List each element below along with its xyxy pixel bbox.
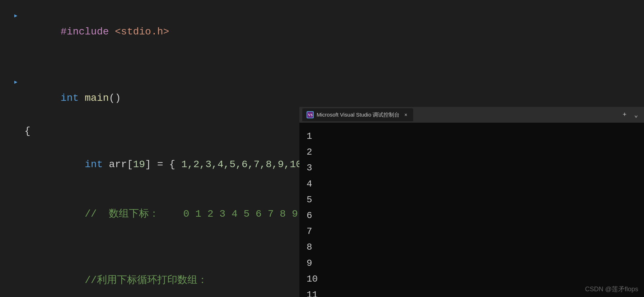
vs-icon: VS	[307, 111, 314, 118]
terminal-close-btn[interactable]: ×	[402, 112, 409, 118]
tab-bar-actions: + ⌄	[620, 110, 641, 120]
gutter-arrow-3: ▸	[13, 76, 18, 89]
output-4: 4	[307, 176, 637, 192]
code-line-2	[11, 57, 644, 74]
gutter-1: ▸	[11, 10, 21, 23]
line-content-1: #include <stdio.h>	[21, 7, 644, 57]
output-3: 3	[307, 160, 637, 176]
output-5: 5	[307, 192, 637, 208]
svg-text:VS: VS	[308, 113, 313, 117]
code-line-1: ▸ #include <stdio.h>	[11, 7, 644, 57]
terminal-overlay: VS Microsoft Visual Studio 调试控制台 × + ⌄ 1…	[299, 107, 644, 297]
add-terminal-btn[interactable]: +	[620, 110, 630, 120]
output-2: 2	[307, 144, 637, 160]
output-7: 7	[307, 223, 637, 239]
gutter-3: ▸	[11, 76, 21, 89]
watermark: CSDN @莲矛flops	[585, 285, 638, 293]
terminal-tab-label: Microsoft Visual Studio 调试控制台	[317, 112, 400, 118]
gutter-arrow-1: ▸	[13, 10, 18, 23]
output-1: 1	[307, 128, 637, 144]
output-9: 9	[307, 255, 637, 271]
output-6: 6	[307, 208, 637, 223]
terminal-body: 1 2 3 4 5 6 7 8 9 10 11 55 154 6262	[299, 123, 644, 297]
output-8: 8	[307, 239, 637, 255]
more-terminals-btn[interactable]: ⌄	[631, 110, 641, 120]
terminal-tab-bar: VS Microsoft Visual Studio 调试控制台 × + ⌄	[299, 107, 644, 123]
terminal-tab[interactable]: VS Microsoft Visual Studio 调试控制台 ×	[302, 108, 413, 121]
